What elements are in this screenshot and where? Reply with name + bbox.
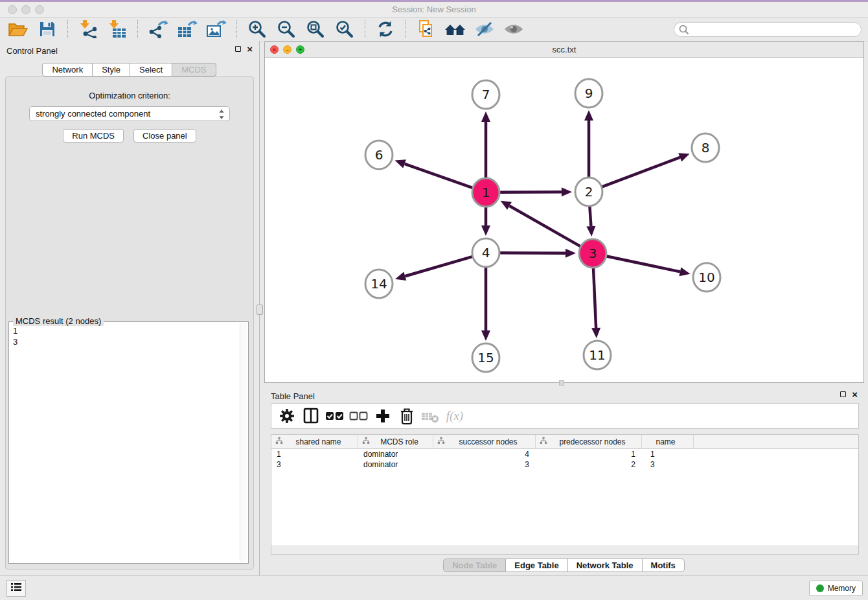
import-table-icon[interactable] [106, 19, 129, 39]
edge-2-3[interactable] [589, 205, 591, 226]
application-window: Session: New Session [0, 0, 868, 600]
node-label-7: 7 [482, 87, 490, 102]
table-panel: Table Panel × [264, 386, 864, 575]
cell-successor-nodes[interactable]: 3 [433, 460, 536, 469]
cell-predecessor-nodes[interactable]: 1 [536, 450, 642, 459]
network-canvas[interactable]: 7968124314101511 [265, 58, 863, 382]
zoom-selected-icon[interactable] [333, 19, 356, 39]
show-eye-icon[interactable] [502, 19, 525, 39]
refresh-icon[interactable] [374, 19, 397, 39]
node-label-1: 1 [482, 185, 490, 200]
edge-4-14[interactable] [405, 257, 473, 276]
split-columns-icon[interactable] [301, 406, 321, 426]
table-row[interactable]: 1 dominator 4 1 1 [271, 449, 858, 459]
cell-shared-name[interactable]: 1 [271, 450, 358, 459]
close-panel-icon[interactable]: × [852, 391, 858, 398]
delete-table-icon [421, 406, 440, 426]
edge-arrowhead [481, 225, 490, 236]
mcds-result-value: 1 [13, 325, 244, 336]
tab-select[interactable]: Select [130, 63, 172, 76]
close-panel-icon[interactable]: × [247, 45, 253, 52]
cell-successor-nodes[interactable]: 4 [433, 450, 536, 459]
export-table-icon[interactable] [176, 19, 199, 39]
run-mcds-button[interactable]: Run MCDS [63, 129, 124, 143]
export-network-icon[interactable] [146, 19, 170, 39]
table-row[interactable]: 3 dominator 3 2 3 [271, 459, 858, 470]
cell-mcds-role[interactable]: dominator [358, 460, 433, 469]
edge-3-1[interactable] [509, 206, 580, 247]
control-panel-window-buttons: × [235, 45, 253, 52]
edge-3-11[interactable] [593, 267, 596, 328]
main-toolbar [0, 17, 868, 41]
memory-status-icon [816, 584, 824, 592]
control-panel-tabs: Network Style Select MCDS [0, 63, 259, 76]
task-history-button[interactable] [6, 580, 26, 597]
hide-eye-icon[interactable] [473, 19, 496, 39]
float-panel-icon[interactable] [840, 391, 846, 397]
table-header-row: shared name MCDS role successor nodes pr… [271, 435, 858, 449]
float-panel-icon[interactable] [235, 46, 241, 52]
column-label: name [642, 437, 693, 446]
tab-style[interactable]: Style [92, 63, 130, 76]
home-icon[interactable] [444, 19, 467, 39]
panel-divider-handle[interactable] [257, 305, 263, 315]
search-input[interactable] [674, 22, 862, 37]
export-image-icon[interactable] [205, 19, 228, 39]
table-panel-window-buttons: × [840, 391, 858, 398]
column-header-predecessor-nodes[interactable]: predecessor nodes [536, 435, 642, 448]
window-resize-grip[interactable] [559, 380, 564, 386]
column-header-name[interactable]: name [642, 435, 694, 448]
toolbar-separator [67, 20, 68, 38]
node-label-15: 15 [477, 350, 494, 365]
unchecked-boxes-icon[interactable] [349, 406, 369, 426]
mcds-result-box: MCDS result (2 nodes) 1 3 [8, 321, 249, 564]
import-network-icon[interactable] [76, 19, 100, 39]
tab-mcds[interactable]: MCDS [172, 63, 216, 76]
cell-mcds-role[interactable]: dominator [358, 450, 433, 459]
zoom-in-icon[interactable] [246, 19, 269, 39]
app-titlebar: Session: New Session [0, 2, 868, 17]
gear-icon[interactable] [277, 406, 297, 426]
memory-button[interactable]: Memory [809, 581, 863, 596]
cell-shared-name[interactable]: 3 [271, 460, 358, 469]
tree-icon [540, 437, 547, 446]
zoom-out-icon[interactable] [275, 19, 298, 39]
cell-name[interactable]: 3 [642, 460, 694, 469]
function-icon: f(x) [445, 406, 464, 426]
edge-2-8[interactable] [602, 157, 680, 187]
cell-predecessor-nodes[interactable]: 2 [536, 460, 642, 469]
tab-motifs[interactable]: Motifs [642, 559, 685, 572]
edge-1-2[interactable] [499, 192, 562, 192]
network-file-icon[interactable] [415, 19, 438, 39]
mcds-tab-content: Optimization criterion: strongly connect… [5, 76, 254, 570]
app-title: Session: New Session [0, 5, 868, 14]
tab-edge-table[interactable]: Edge Table [505, 559, 567, 572]
checked-boxes-icon[interactable] [325, 406, 345, 426]
zoom-fit-icon[interactable] [304, 19, 327, 39]
column-header-successor-nodes[interactable]: successor nodes [433, 435, 536, 448]
cell-name[interactable]: 1 [642, 450, 694, 459]
edge-4-3[interactable] [499, 253, 565, 253]
network-window-titlebar[interactable]: × – + scc.txt [265, 42, 863, 58]
edge-1-6[interactable] [405, 164, 474, 188]
search-icon [679, 25, 689, 38]
save-session-icon[interactable] [36, 19, 59, 39]
edge-3-10[interactable] [606, 256, 680, 271]
list-icon [10, 582, 22, 595]
column-label: MCDS role [370, 437, 433, 446]
open-file-icon[interactable] [6, 19, 30, 39]
criterion-select[interactable]: strongly connected component [29, 106, 230, 121]
delete-icon[interactable] [397, 406, 417, 426]
column-header-filler [694, 435, 858, 448]
tab-node-table[interactable]: Node Table [443, 559, 506, 572]
edge-arrowhead [586, 226, 595, 237]
tab-network[interactable]: Network [42, 63, 93, 76]
column-header-shared-name[interactable]: shared name [271, 435, 358, 448]
add-column-icon[interactable] [373, 406, 393, 426]
close-panel-button[interactable]: Close panel [133, 129, 196, 143]
network-view-window: × – + scc.txt 7968124314101511 [264, 41, 864, 383]
result-scrollbar[interactable] [240, 323, 247, 562]
table-horizontal-scrollbar[interactable] [271, 546, 858, 554]
tab-network-table[interactable]: Network Table [567, 559, 643, 572]
column-header-mcds-role[interactable]: MCDS role [358, 435, 433, 448]
